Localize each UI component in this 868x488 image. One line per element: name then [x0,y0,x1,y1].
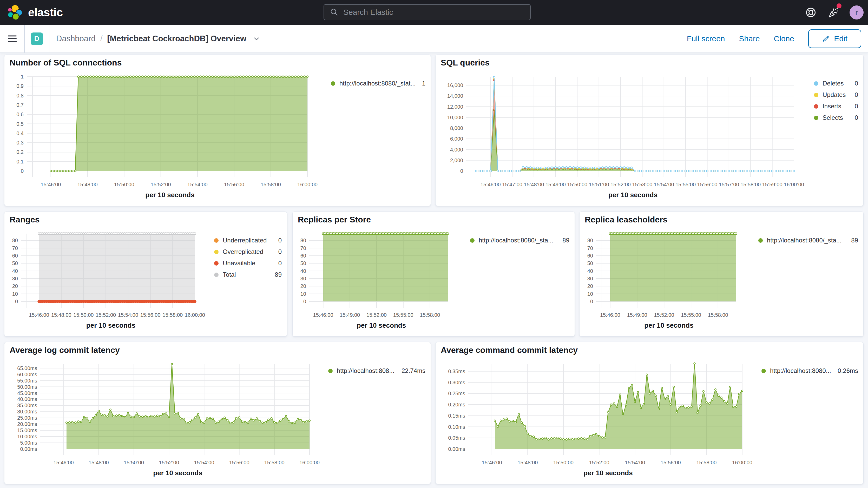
svg-text:25.00ms: 25.00ms [17,415,37,421]
panel-replica-leaseholders: Replica leaseholders 15:46:0015:49:0015:… [579,212,864,336]
chart-plot[interactable]: 15:46:0015:48:0015:50:0015:52:0015:54:00… [10,359,326,480]
chart-container: 15:46:0015:48:0015:50:0015:52:0015:54:00… [10,359,426,480]
chart-legend: http://localhost:8080/_sta...89 [468,235,569,246]
svg-text:15:58:00: 15:58:00 [264,460,285,465]
svg-text:50: 50 [301,261,306,266]
legend-series-label: Total [223,271,271,278]
svg-text:70: 70 [587,245,593,251]
panel-title[interactable]: Average log commit latency [10,345,120,355]
legend-series-value: 89 [562,237,569,244]
global-search[interactable] [323,4,531,20]
chart-plot[interactable]: 15:46:0015:48:0015:50:0015:52:0015:54:00… [10,71,329,202]
chart-legend: http://localhost:8080/_stat...1 [329,78,426,89]
chart-plot[interactable]: 15:46:0015:49:0015:52:0015:55:0015:58:00… [298,228,468,333]
svg-text:80: 80 [587,238,593,243]
panel-title[interactable]: Replica leaseholders [585,215,668,224]
share-button[interactable]: Share [739,34,760,43]
legend-series-label: http://localhost:8080/_sta... [479,237,559,244]
svg-text:15:54:00: 15:54:00 [654,182,674,187]
legend-item[interactable]: http://localhost:8080/_sta...89 [756,235,858,246]
svg-text:10: 10 [12,291,18,297]
svg-text:40: 40 [301,268,306,274]
chart-plot[interactable]: 15:46:0015:47:0015:48:0015:49:0015:50:00… [441,71,812,202]
space-badge[interactable]: D [31,32,43,45]
legend-item[interactable]: Deletes0 [812,78,858,89]
legend-series-value: 0 [278,260,282,267]
panel-title[interactable]: SQL queries [441,58,490,67]
search-icon [330,8,339,17]
svg-text:0.30ms: 0.30ms [448,379,465,385]
search-input[interactable] [343,8,509,17]
legend-series-label: Deletes [823,80,851,87]
panel-average-log-commit-latency: Average log commit latency 15:46:0015:48… [4,342,431,484]
elastic-logo[interactable]: elastic [7,4,63,21]
panel-average-command-commit-latency: Average command commit latency 15:46:001… [435,342,864,484]
breadcrumb-separator: / [100,34,103,43]
svg-text:15:52:00: 15:52:00 [96,312,116,318]
legend-series-dot [814,93,818,97]
chart-plot[interactable]: 15:46:0015:48:0015:50:0015:52:0015:54:00… [10,228,212,333]
legend-series-dot [814,81,818,86]
full-screen-button[interactable]: Full screen [687,34,725,43]
svg-text:15:50:00: 15:50:00 [567,182,587,187]
svg-text:0.4: 0.4 [17,130,24,136]
svg-text:16,000: 16,000 [447,82,463,88]
legend-item[interactable]: http://localhost:8080/_stat...1 [329,78,426,89]
legend-item[interactable]: http://localhost:808...22.74ms [326,365,426,376]
svg-text:0.10ms: 0.10ms [448,424,465,430]
legend-series-dot [214,261,219,266]
legend-item[interactable]: Total89 [212,269,282,280]
chevron-down-icon[interactable] [253,35,260,42]
user-menu-button[interactable]: r [845,0,868,25]
legend-item[interactable]: Underreplicated0 [212,235,282,246]
svg-text:10: 10 [587,291,593,297]
svg-text:15:49:00: 15:49:00 [627,312,647,318]
chart-legend: http://localhost:8080...0.26ms [760,365,858,376]
legend-item[interactable]: Overreplicated0 [212,246,282,257]
svg-text:15:54:00: 15:54:00 [118,312,138,318]
svg-text:15:53:00: 15:53:00 [632,182,652,187]
svg-text:80: 80 [301,238,306,243]
svg-text:20: 20 [301,283,306,289]
legend-item[interactable]: Selects0 [812,112,858,123]
clone-button[interactable]: Clone [774,34,794,43]
global-header: elastic [0,0,868,25]
breadcrumb-dashboard[interactable]: Dashboard [56,34,96,43]
legend-series-label: Unavailable [223,260,275,267]
panel-title[interactable]: Number of SQL connections [10,58,122,67]
chart-plot[interactable]: 15:46:0015:48:0015:50:0015:52:0015:54:00… [441,359,760,480]
svg-text:50: 50 [587,261,593,266]
edit-button[interactable]: Edit [808,29,861,48]
panel-title[interactable]: Replicas per Store [298,215,371,224]
svg-text:10: 10 [301,291,306,297]
svg-text:15:47:00: 15:47:00 [502,182,522,187]
chart-plot[interactable]: 15:46:0015:49:0015:52:0015:55:0015:58:00… [585,228,756,333]
panel-title[interactable]: Ranges [10,215,40,224]
svg-text:40.00ms: 40.00ms [17,396,37,402]
svg-text:0: 0 [15,299,18,304]
panel-title[interactable]: Average command commit latency [441,345,578,355]
legend-item[interactable]: http://localhost:8080/_sta...89 [468,235,569,246]
svg-text:4,000: 4,000 [450,147,463,153]
svg-text:20.00ms: 20.00ms [17,421,37,427]
svg-text:15:48:00: 15:48:00 [524,182,544,187]
svg-text:65.00ms: 65.00ms [17,365,37,371]
legend-item[interactable]: http://localhost:8080...0.26ms [760,365,858,376]
chart-container: 15:46:0015:48:0015:50:0015:52:0015:54:00… [441,359,858,480]
legend-item[interactable]: Inserts0 [812,100,858,112]
legend-item[interactable]: Updates0 [812,89,858,100]
menu-button[interactable] [0,25,25,53]
svg-text:15:56:00: 15:56:00 [224,182,244,187]
svg-text:5.00ms: 5.00ms [20,440,37,446]
svg-text:0.05ms: 0.05ms [448,435,465,441]
avatar: r [849,5,864,20]
svg-text:15:58:00: 15:58:00 [162,312,183,318]
svg-text:15:54:00: 15:54:00 [187,182,208,187]
news-button[interactable] [822,0,845,25]
elastic-logo-icon [7,4,23,21]
news-icon [828,6,840,19]
help-button[interactable] [799,0,822,25]
legend-series-dot [814,116,818,120]
legend-item[interactable]: Unavailable0 [212,257,282,269]
svg-text:50.00ms: 50.00ms [17,384,37,390]
